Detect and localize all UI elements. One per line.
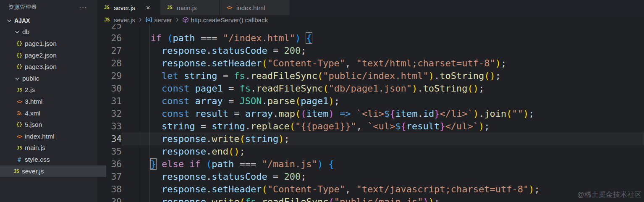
js-file-icon: JS: [15, 87, 24, 93]
explorer-header: 资源管理器 ···: [0, 0, 97, 14]
tree-item-3.html[interactable]: <>3.html: [0, 96, 97, 108]
code-line-27[interactable]: 27 response.statusCode = 200;: [97, 45, 644, 57]
watermark: @稀土掘金技术社区: [577, 190, 641, 199]
code-line-34[interactable]: 34 response.write(string);: [97, 133, 644, 145]
tree-item-label: sever.js: [22, 168, 44, 175]
tree-item-label: 4.xml: [25, 110, 40, 117]
tree-item-db[interactable]: db: [0, 26, 97, 38]
code-line-39[interactable]: 39 response.write(fs.readFileSync("publi…: [97, 196, 644, 202]
line-number: 35: [97, 145, 122, 158]
tree-item-label: 3.html: [25, 98, 42, 105]
line-number: 32: [97, 108, 122, 120]
line-content[interactable]: response.statusCode = 200;: [122, 171, 306, 183]
js-file-icon: JS: [103, 5, 110, 10]
line-content[interactable]: [122, 24, 139, 32]
chevron-down-icon[interactable]: [6, 17, 13, 24]
breadcrumb: JSsever.jsserverhttp.createServer() call…: [97, 15, 644, 24]
tree-item-label: main.js: [25, 144, 45, 152]
tab-index.html[interactable]: <>index.html: [220, 0, 290, 15]
tree-item-4.xml[interactable]: 4.xml: [0, 108, 97, 119]
tree-item-5.json[interactable]: {}5.json: [0, 119, 97, 131]
tab-main.js[interactable]: JSmain.js: [160, 0, 219, 15]
tree-item-label: 5.json: [25, 121, 42, 129]
chevron-down-icon[interactable]: [14, 75, 21, 82]
tab-label: index.html: [236, 4, 265, 11]
tab-sever.js[interactable]: JSsever.js×: [97, 0, 160, 15]
html-file-icon: <>: [15, 134, 24, 139]
code-line-31[interactable]: 31 const array = JSON.parse(page1);: [97, 95, 644, 108]
tree-item-index.html[interactable]: <>index.html: [0, 131, 97, 142]
tree-item-label: AJAX: [14, 17, 30, 24]
line-content[interactable]: response.setHeader("Content-Type", "text…: [122, 57, 506, 70]
line-content[interactable]: response.end();: [122, 145, 245, 158]
line-number: 26: [97, 32, 122, 45]
breadcrumb-item-3[interactable]: http.createServer() callback: [182, 16, 268, 24]
html-file-icon: <>: [225, 5, 233, 10]
tree-item-label: page1.json: [25, 40, 57, 47]
line-content[interactable]: response.setHeader("Content-Type", "text…: [122, 183, 540, 196]
breadcrumb-item-2[interactable]: server: [145, 16, 172, 24]
tree-item-page1.json[interactable]: {}page1.json: [0, 38, 97, 50]
json-file-icon: {}: [15, 41, 24, 47]
line-number: 25: [97, 24, 122, 32]
code-line-32[interactable]: 32 const result = array.map((item) => `<…: [97, 108, 644, 120]
line-number: 39: [97, 196, 122, 202]
code-line-25[interactable]: 25: [97, 24, 644, 32]
tree-item-page3.json[interactable]: {}page3.json: [0, 61, 97, 73]
line-number: 33: [97, 120, 122, 133]
json-file-icon: {}: [15, 122, 24, 128]
symbol-method-cube-icon: [182, 16, 189, 23]
code-editor[interactable]: 2526 if (path === "/index.html") {27 res…: [97, 24, 644, 202]
code-line-33[interactable]: 33 string = string.replace("{{page1}}", …: [97, 120, 644, 133]
line-number: 30: [97, 82, 122, 95]
tree-item-page2.json[interactable]: {}page2.json: [0, 50, 97, 61]
chevron-right-icon: [174, 17, 180, 23]
tree-item-sever.js[interactable]: JSsever.js: [0, 165, 106, 177]
code-line-28[interactable]: 28 response.setHeader("Content-Type", "t…: [97, 57, 644, 70]
explorer-title: 资源管理器: [8, 3, 37, 11]
code-line-29[interactable]: 29 let string = fs.readFileSync("public/…: [97, 70, 644, 82]
code-line-26[interactable]: 26 if (path === "/index.html") {: [97, 32, 644, 45]
html-file-icon: <>: [15, 99, 24, 105]
code-line-38[interactable]: 38 response.setHeader("Content-Type", "t…: [97, 183, 644, 196]
js-file-icon: JS: [104, 17, 112, 23]
line-content[interactable]: response.statusCode = 200;: [122, 45, 306, 57]
line-content[interactable]: let string = fs.readFileSync("public/ind…: [122, 70, 501, 82]
line-content[interactable]: const array = JSON.parse(page1);: [122, 95, 340, 108]
tab-label: sever.js: [114, 4, 135, 11]
js-file-icon: JS: [166, 5, 173, 10]
js-file-icon: JS: [15, 145, 24, 151]
tree-item-AJAX[interactable]: AJAX: [0, 15, 97, 26]
breadcrumb-item-1[interactable]: JSsever.js: [104, 16, 135, 24]
line-number: 28: [97, 57, 122, 70]
chevron-right-icon: [137, 17, 143, 23]
chevron-down-icon[interactable]: [14, 29, 21, 35]
code-line-30[interactable]: 30 const page1 = fs.readFileSync("db/pag…: [97, 82, 644, 95]
line-content[interactable]: if (path === "/index.html") {: [122, 32, 312, 45]
code-line-37[interactable]: 37 response.statusCode = 200;: [97, 171, 644, 183]
line-content[interactable]: } else if (path === "/main.js") {: [122, 158, 334, 171]
css-file-icon: #: [15, 156, 24, 163]
vscode-window: 资源管理器 ··· AJAXdb{}page1.json{}page2.json…: [0, 0, 644, 202]
line-content[interactable]: response.write(string);: [122, 133, 644, 145]
line-content[interactable]: response.write(fs.readFileSync("public/m…: [122, 196, 440, 202]
tree-item-main.js[interactable]: JSmain.js: [0, 142, 97, 154]
tree-item-public[interactable]: public: [0, 73, 97, 84]
tree-item-style.css[interactable]: #style.css: [0, 154, 97, 165]
code-line-36[interactable]: 36 } else if (path === "/main.js") {: [97, 158, 644, 171]
line-number: 38: [97, 183, 122, 196]
close-icon[interactable]: ×: [146, 4, 150, 11]
js-file-icon: JS: [12, 168, 21, 174]
more-actions-icon[interactable]: ···: [79, 3, 87, 11]
line-content[interactable]: const result = array.map((item) => `<li>…: [122, 108, 534, 120]
code-line-35[interactable]: 35 response.end();: [97, 145, 644, 158]
breadcrumb-label: server: [154, 16, 172, 24]
tree-item-2.js[interactable]: JS2.js: [0, 84, 97, 96]
tree-item-label: style.css: [25, 156, 50, 163]
line-content[interactable]: string = string.replace("{{page1}}", `<u…: [122, 120, 490, 133]
line-number: 34: [97, 133, 122, 145]
line-number: 27: [97, 45, 122, 57]
editor-group: JSsever.js×JSmain.js<>index.html JSsever…: [97, 0, 644, 202]
line-content[interactable]: const page1 = fs.readFileSync("db/page1.…: [122, 82, 484, 95]
xml-rss-icon: [15, 110, 24, 117]
